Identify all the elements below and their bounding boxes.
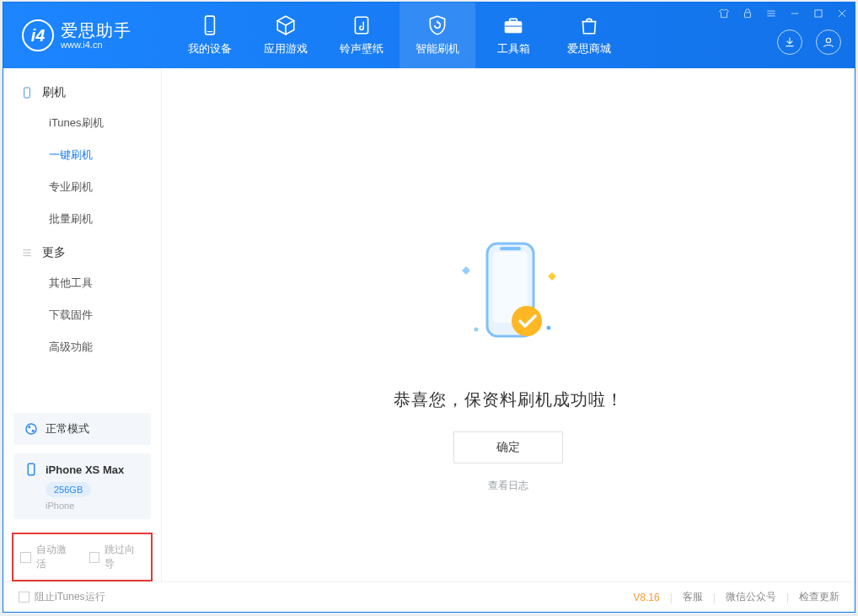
tab-label: 铃声壁纸	[340, 41, 383, 56]
music-file-icon	[351, 14, 373, 36]
tab-label: 智能刷机	[416, 41, 459, 56]
profile-button[interactable]	[816, 29, 841, 55]
tab-label: 我的设备	[188, 41, 232, 56]
mode-label: 正常模式	[46, 421, 89, 437]
device-icon	[20, 86, 34, 99]
nav-tabs: 我的设备 应用游戏 铃声壁纸 智能刷机 工具箱 爱思商城	[172, 3, 627, 68]
tab-toolbox[interactable]: 工具箱	[475, 3, 551, 68]
footer-link-wechat[interactable]: 微信公众号	[726, 590, 776, 604]
tab-ringtones-wallpapers[interactable]: 铃声壁纸	[324, 3, 400, 68]
device-storage: 256GB	[46, 482, 91, 497]
checkbox-skip-guide[interactable]: 跳过向导	[89, 543, 145, 571]
window-controls	[716, 6, 850, 21]
sidebar-group-flash: 刷机	[3, 75, 161, 107]
checkbox-label: 跳过向导	[105, 543, 144, 571]
tab-label: 工具箱	[497, 41, 530, 56]
checkbox-block-itunes[interactable]: 阻止iTunes运行	[19, 590, 105, 604]
separator: |	[786, 592, 789, 603]
svg-point-19	[26, 424, 36, 434]
version-label: V8.16	[633, 592, 659, 603]
checkbox-icon	[20, 552, 31, 563]
tab-my-device[interactable]: 我的设备	[172, 3, 248, 68]
brand: i4 爱思助手 www.i4.cn	[3, 3, 172, 68]
footer: 阻止iTunes运行 V8.16 | 客服 | 微信公众号 | 检查更新	[3, 581, 855, 612]
tab-apps-games[interactable]: 应用游戏	[248, 3, 324, 68]
sidebar-item-itunes-flash[interactable]: iTunes刷机	[3, 107, 161, 139]
svg-rect-11	[815, 10, 822, 17]
sidebar-bottom: 正常模式 iPhone XS Max 256GB iPhone	[3, 404, 161, 533]
sidebar-item-batch-flash[interactable]: 批量刷机	[3, 203, 161, 235]
checkbox-icon	[19, 592, 29, 603]
sidebar-item-advanced[interactable]: 高级功能	[3, 331, 161, 363]
tab-label: 爱思商城	[567, 41, 611, 56]
brand-logo-icon: i4	[22, 19, 54, 51]
header: i4 爱思助手 www.i4.cn 我的设备 应用游戏 铃声壁纸 智能刷机	[3, 3, 855, 68]
options-highlight-box: 自动激活 跳过向导	[12, 533, 153, 581]
separator: |	[713, 592, 716, 603]
ok-button[interactable]: 确定	[453, 431, 563, 463]
footer-link-support[interactable]: 客服	[683, 590, 703, 604]
svg-rect-2	[355, 17, 367, 34]
svg-rect-4	[510, 19, 517, 21]
svg-rect-3	[505, 22, 522, 33]
mode-icon	[24, 421, 39, 437]
tab-smart-flash[interactable]: 智能刷机	[400, 3, 475, 68]
device-type: iPhone	[46, 501, 141, 511]
sidebar-scroll: 刷机 iTunes刷机 一键刷机 专业刷机 批量刷机 更多 其他工具 下载固件 …	[3, 68, 161, 404]
body: 刷机 iTunes刷机 一键刷机 专业刷机 批量刷机 更多 其他工具 下载固件 …	[3, 68, 855, 581]
header-round-actions	[777, 29, 841, 55]
success-message: 恭喜您，保资料刷机成功啦！	[394, 388, 624, 411]
sidebar-group-title: 更多	[42, 245, 66, 260]
list-icon	[20, 246, 34, 260]
checkbox-label: 自动激活	[36, 543, 76, 571]
sidebar-item-other-tools[interactable]: 其他工具	[3, 267, 161, 299]
svg-point-20	[28, 426, 30, 428]
footer-right: V8.16 | 客服 | 微信公众号 | 检查更新	[633, 590, 839, 604]
app-window: i4 爱思助手 www.i4.cn 我的设备 应用游戏 铃声壁纸 智能刷机	[3, 2, 855, 613]
cube-icon	[275, 14, 297, 36]
shield-refresh-icon	[426, 14, 448, 36]
checkbox-icon	[89, 552, 100, 563]
footer-link-update[interactable]: 检查更新	[799, 590, 839, 604]
success-illustration	[441, 220, 576, 372]
sidebar-group-title: 刷机	[42, 85, 66, 100]
phone-small-icon	[24, 462, 39, 477]
tab-store[interactable]: 爱思商城	[551, 3, 627, 68]
maximize-icon[interactable]	[811, 6, 826, 21]
download-button[interactable]	[777, 29, 802, 55]
svg-rect-15	[24, 88, 30, 98]
toolbox-icon	[502, 14, 524, 36]
minimize-icon[interactable]	[787, 6, 802, 21]
footer-left: 阻止iTunes运行	[19, 590, 105, 604]
svg-point-24	[547, 326, 551, 330]
device-card[interactable]: iPhone XS Max 256GB iPhone	[13, 453, 151, 519]
sidebar-group-more: 更多	[3, 235, 161, 267]
tab-label: 应用游戏	[264, 41, 308, 56]
device-name: iPhone XS Max	[46, 463, 124, 476]
checkbox-label: 阻止iTunes运行	[35, 590, 105, 604]
checkbox-auto-activate[interactable]: 自动激活	[20, 543, 76, 571]
brand-title: 爱思助手	[61, 21, 131, 40]
sidebar-item-oneclick-flash[interactable]: 一键刷机	[3, 139, 161, 171]
svg-rect-6	[745, 13, 751, 18]
close-icon[interactable]	[834, 6, 850, 21]
main-content: 恭喜您，保资料刷机成功啦！ 确定 查看日志	[162, 68, 855, 581]
brand-text: 爱思助手 www.i4.cn	[61, 21, 131, 50]
separator: |	[670, 592, 673, 603]
sidebar: 刷机 iTunes刷机 一键刷机 专业刷机 批量刷机 更多 其他工具 下载固件 …	[3, 68, 162, 581]
tshirt-icon[interactable]	[716, 6, 732, 21]
sidebar-item-pro-flash[interactable]: 专业刷机	[3, 171, 161, 203]
view-log-link[interactable]: 查看日志	[488, 479, 528, 493]
phone-icon	[199, 14, 221, 36]
sidebar-item-download-firmware[interactable]: 下载固件	[3, 299, 161, 331]
svg-point-23	[475, 328, 479, 332]
bag-icon	[578, 14, 600, 36]
menu-icon[interactable]	[764, 6, 779, 21]
svg-point-14	[826, 38, 830, 42]
svg-rect-22	[28, 463, 35, 475]
svg-rect-27	[500, 247, 521, 250]
svg-point-28	[512, 306, 542, 336]
mode-card[interactable]: 正常模式	[13, 413, 151, 445]
svg-point-21	[32, 430, 35, 432]
lock-icon[interactable]	[740, 6, 755, 21]
